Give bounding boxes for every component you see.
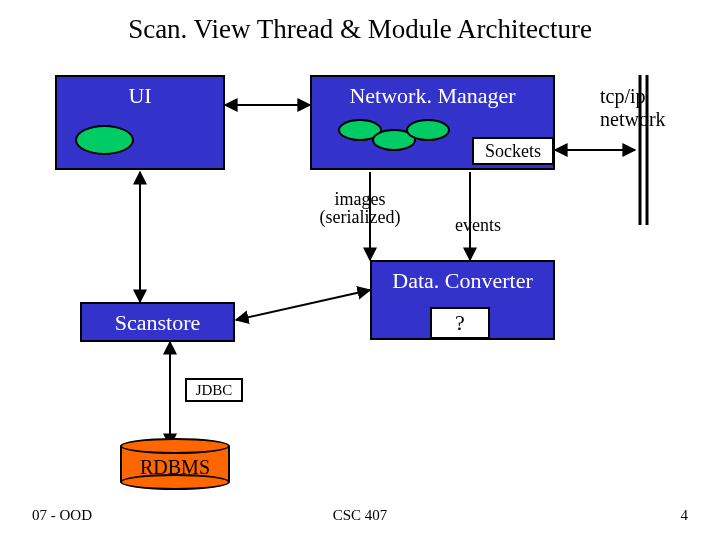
submodule-question-label: ? bbox=[455, 310, 465, 335]
module-data-converter-label: Data. Converter bbox=[372, 268, 553, 294]
submodule-sockets: Sockets bbox=[472, 137, 554, 165]
module-ui: UI bbox=[55, 75, 225, 170]
datastore-rdbms: RDBMS bbox=[120, 438, 230, 490]
module-scanstore-label: Scanstore bbox=[82, 310, 233, 336]
thread-icon bbox=[75, 125, 134, 155]
submodule-jdbc: JDBC bbox=[185, 378, 243, 402]
module-ui-label: UI bbox=[57, 83, 223, 109]
edge-label-images-line2: (serialized) bbox=[310, 208, 410, 226]
submodule-question: ? bbox=[430, 307, 490, 339]
footer-center: CSC 407 bbox=[0, 507, 720, 524]
footer-right: 4 bbox=[681, 507, 689, 524]
tcpip-label-line1: tcp/ip bbox=[600, 85, 710, 108]
edge-label-images: images (serialized) bbox=[310, 190, 410, 226]
submodule-sockets-label: Sockets bbox=[485, 141, 541, 161]
svg-line-7 bbox=[236, 290, 370, 320]
module-network-manager-label: Network. Manager bbox=[312, 83, 553, 109]
tcpip-label-line2: network bbox=[600, 108, 710, 131]
module-scanstore: Scanstore bbox=[80, 302, 235, 342]
thread-icon bbox=[406, 119, 450, 141]
edge-label-images-line1: images bbox=[310, 190, 410, 208]
submodule-jdbc-label: JDBC bbox=[196, 382, 233, 398]
datastore-rdbms-label: RDBMS bbox=[120, 456, 230, 479]
edge-label-events: events bbox=[455, 215, 501, 236]
module-network-manager: Network. Manager Sockets bbox=[310, 75, 555, 170]
tcpip-label: tcp/ip network bbox=[600, 85, 710, 131]
page-title: Scan. View Thread & Module Architecture bbox=[0, 14, 720, 45]
